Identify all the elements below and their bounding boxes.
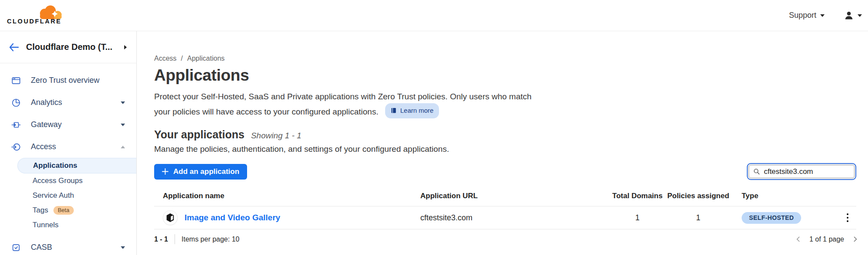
sidebar: Cloudflare Demo (T... Zero Trust overvie…	[0, 31, 137, 255]
window-icon	[11, 75, 21, 86]
pagination-right: 1 of 1 page	[797, 235, 856, 243]
pagination-bar: 1 - 1 Items per page: 10 1 of 1 page	[154, 234, 856, 244]
pie-chart-icon	[11, 98, 21, 108]
table-header-row: Application name Application URL Total D…	[154, 192, 856, 206]
pagination-divider	[175, 234, 175, 244]
beta-badge: Beta	[53, 206, 74, 215]
chevron-right-icon[interactable]	[124, 45, 127, 49]
app-search-input[interactable]	[764, 167, 850, 176]
section-subtext: Manage the policies, authentication, and…	[154, 144, 856, 154]
chevron-down-icon	[820, 14, 825, 17]
learn-more-label: Learn more	[400, 104, 434, 117]
back-arrow-icon[interactable]	[9, 43, 19, 52]
sidebar-item-analytics[interactable]: Analytics	[0, 92, 136, 114]
search-icon	[753, 168, 760, 175]
pagination-left: 1 - 1 Items per page: 10	[154, 234, 239, 244]
cloudflare-zero-trust-dashboard: CLOUDFLARE Support	[0, 0, 868, 255]
sidebar-item-label: Zero Trust overview	[31, 76, 99, 85]
cloudflare-logo[interactable]: CLOUDFLARE	[7, 3, 65, 28]
sidebar-nav: Zero Trust overview Analytics	[0, 63, 136, 255]
breadcrumb: Access / Applications	[154, 55, 856, 62]
user-icon	[844, 10, 854, 21]
sidebar-subitem-label: Tags	[33, 206, 48, 215]
app-cube-icon	[163, 210, 178, 225]
row-actions-menu[interactable]	[845, 212, 857, 224]
column-header-application-url: Application URL	[412, 192, 611, 200]
application-name-cell: Image and Video Gallery	[154, 210, 412, 225]
section-heading-row: Your applications Showing 1 - 1	[154, 128, 856, 141]
chevron-down-icon	[121, 246, 125, 249]
sidebar-subitem-label: Service Auth	[33, 191, 74, 200]
sidebar-item-service-auth[interactable]: Service Auth	[0, 188, 136, 203]
policies-assigned-cell: 1	[663, 213, 733, 222]
search-inner	[749, 165, 855, 178]
column-header-policies-assigned: Policies assigned	[663, 192, 733, 200]
sidebar-item-label: CASB	[31, 243, 52, 252]
main-content: Access / Applications Applications Prote…	[137, 31, 868, 255]
page-description-text: Protect your Self-Hosted, SaaS and Priva…	[154, 92, 531, 116]
section-title: Your applications	[154, 128, 244, 141]
support-label: Support	[789, 11, 816, 20]
column-header-type: Type	[733, 192, 833, 200]
applications-table: Application name Application URL Total D…	[154, 192, 856, 229]
self-hosted-badge: SELF-HOSTED	[742, 212, 801, 224]
sidebar-subitem-label: Tunnels	[33, 221, 59, 229]
kebab-menu-icon	[845, 212, 851, 224]
next-page-icon[interactable]	[851, 236, 857, 242]
previous-page-icon[interactable]	[796, 236, 802, 242]
search-box	[747, 163, 856, 180]
account-header: Cloudflare Demo (T...	[0, 31, 136, 63]
sidebar-item-tunnels[interactable]: Tunnels	[0, 218, 136, 232]
page-description: Protect your Self-Hosted, SaaS and Priva…	[154, 90, 538, 118]
showing-count: Showing 1 - 1	[251, 131, 301, 141]
breadcrumb-access[interactable]: Access	[154, 55, 177, 62]
pagination-range: 1 - 1	[154, 235, 168, 243]
page-title: Applications	[154, 66, 856, 85]
controls-row: Add an application	[154, 163, 856, 180]
user-menu[interactable]	[844, 10, 862, 21]
account-name: Cloudflare Demo (T...	[26, 42, 112, 52]
add-application-button[interactable]: Add an application	[154, 164, 247, 180]
column-header-total-domains: Total Domains	[611, 192, 663, 200]
learn-more-badge[interactable]: Learn more	[385, 103, 439, 118]
add-application-label: Add an application	[173, 167, 239, 176]
plus-icon	[162, 168, 168, 175]
sidebar-subitem-label: Access Groups	[33, 177, 83, 185]
page-indicator: 1 of 1 page	[809, 235, 844, 243]
gateway-icon	[11, 120, 21, 130]
sidebar-item-tags[interactable]: Tags Beta	[0, 203, 136, 218]
book-icon	[391, 108, 397, 114]
sidebar-item-access[interactable]: Access	[0, 136, 136, 158]
breadcrumb-separator: /	[181, 55, 183, 62]
type-cell: SELF-HOSTED	[733, 212, 833, 224]
top-bar: CLOUDFLARE Support	[0, 0, 868, 31]
sidebar-item-gateway[interactable]: Gateway	[0, 114, 136, 136]
sidebar-item-zero-trust-overview[interactable]: Zero Trust overview	[0, 69, 136, 92]
sidebar-item-access-groups[interactable]: Access Groups	[0, 173, 136, 188]
breadcrumb-applications: Applications	[187, 55, 224, 62]
total-domains-cell: 1	[611, 213, 663, 222]
sidebar-item-label: Gateway	[31, 120, 62, 129]
chevron-down-icon	[121, 124, 125, 126]
sidebar-item-applications[interactable]: Applications	[17, 158, 136, 173]
sidebar-item-label: Access	[31, 142, 56, 151]
chevron-up-icon	[121, 146, 125, 148]
chevron-down-icon	[858, 14, 862, 17]
sidebar-subitem-label: Applications	[33, 161, 77, 170]
items-per-page[interactable]: Items per page: 10	[182, 235, 239, 243]
login-arrow-icon	[11, 142, 21, 152]
casb-check-icon	[11, 242, 21, 253]
support-menu[interactable]: Support	[789, 11, 825, 20]
table-row: Image and Video Gallery cftestsite3.com …	[154, 206, 856, 229]
application-url-cell: cftestsite3.com	[412, 213, 611, 222]
cloudflare-wordmark: CLOUDFLARE	[7, 18, 62, 25]
topbar-right: Support	[789, 10, 864, 21]
sidebar-item-casb[interactable]: CASB	[0, 236, 136, 255]
application-link[interactable]: Image and Video Gallery	[185, 213, 280, 222]
column-header-application-name: Application name	[154, 192, 412, 200]
chevron-down-icon	[121, 101, 125, 104]
sidebar-item-label: Analytics	[31, 98, 62, 107]
